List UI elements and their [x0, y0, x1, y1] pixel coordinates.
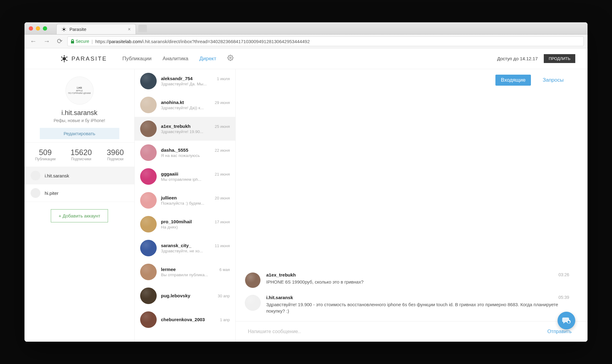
thread-avatar	[140, 73, 157, 89]
svg-point-6	[62, 28, 63, 28]
thread-date: 17 июня	[215, 220, 230, 224]
thread-row[interactable]: anohina.kt29 июня Здравствуйте! Да)) к..…	[135, 93, 235, 117]
thread-username: dasha._5555	[161, 147, 188, 153]
nav-analytics[interactable]: Аналитика	[162, 56, 188, 62]
thread-row[interactable]: saransk_city_11 июня Здравствуйте, не хо…	[135, 236, 235, 260]
account-row[interactable]: i.hit.saransk	[24, 167, 134, 184]
back-button[interactable]: ←	[28, 37, 39, 45]
edit-profile-button[interactable]: Редактировать	[40, 128, 119, 139]
browser-tab[interactable]: Parasite ×	[56, 24, 136, 34]
thread-row[interactable]: aleksandr_7541 июля Здравствуйте! Да. Мы…	[135, 69, 235, 93]
thread-list[interactable]: aleksandr_7541 июля Здравствуйте! Да. Мы…	[135, 69, 236, 342]
thread-row[interactable]: gggaaiii21 июня Мы отправляем iph...	[135, 165, 235, 188]
thread-avatar	[140, 311, 157, 328]
forward-button[interactable]: →	[42, 37, 52, 45]
thread-row[interactable]: cheburenkova_20031 апр	[135, 308, 235, 332]
svg-point-1	[64, 27, 64, 28]
thread-username: saransk_city_	[161, 243, 191, 248]
thread-date: 6 мая	[219, 267, 230, 272]
maximize-window-button[interactable]	[43, 26, 47, 31]
message-author: i.hit.saransk	[266, 295, 293, 300]
tab-requests[interactable]: Запросы	[537, 75, 569, 86]
svg-point-4	[64, 31, 64, 32]
thread-username: anohina.kt	[161, 100, 184, 105]
address-bar[interactable]: Secure | https://parasitelab.com/i.hit.s…	[67, 36, 584, 46]
profile-avatar[interactable]: i.Hit APPLE ПО ГОРЯЧИМ ЦЕНАМ	[65, 76, 94, 105]
thread-username: pug.lebovsky	[161, 293, 190, 298]
thread-preview: Пожалуйста :) будем...	[161, 201, 230, 206]
composer: Отправить	[236, 321, 588, 342]
thread-date: 1 июля	[217, 76, 230, 81]
stat-following[interactable]: 3960 Подписки	[107, 148, 124, 161]
chat-fab[interactable]	[558, 312, 575, 329]
extend-button[interactable]: ПРОДЛИТЬ	[544, 54, 575, 63]
logo-text: PARASITE	[71, 55, 107, 62]
message-input[interactable]	[248, 329, 544, 334]
message: a1ex_trebukh03:26 IPHONE 6S 19900руб, ск…	[245, 272, 569, 288]
app: PARASITE Публикации Аналитика Директ Дос…	[24, 48, 588, 342]
stat-following-label: Подписки	[107, 157, 124, 161]
close-window-button[interactable]	[29, 26, 33, 31]
thread-username: aleksandr_754	[161, 76, 192, 81]
thread-row[interactable]: lermee6 мая Вы отправили публика...	[135, 260, 235, 284]
stat-followers[interactable]: 15620 Подписчики	[71, 148, 92, 161]
svg-point-3	[65, 30, 66, 31]
stat-posts[interactable]: 509 Публикации	[35, 148, 55, 161]
thread-date: 29 июня	[215, 100, 230, 105]
thread-preview: Вы отправили публика...	[161, 273, 230, 277]
account-row[interactable]: hi.piter	[24, 184, 134, 202]
svg-point-0	[63, 28, 65, 30]
thread-date: 25 июня	[215, 124, 230, 129]
thread-avatar	[140, 240, 157, 256]
message-text: IPHONE 6S 19900руб, сколько это в гривна…	[266, 279, 569, 285]
thread-date: 22 июня	[215, 148, 230, 153]
nav-posts[interactable]: Публикации	[122, 56, 151, 62]
reload-button[interactable]: ⟳	[55, 37, 64, 45]
thread-avatar	[140, 264, 157, 280]
access-until: Доступ до 14.12.17	[497, 56, 538, 61]
thread-avatar	[140, 168, 157, 185]
secure-label: Secure	[76, 39, 89, 44]
message: i.hit.saransk05:39 Здравствуйте! 19.900 …	[245, 295, 569, 315]
stat-followers-count: 15620	[71, 148, 92, 157]
thread-row[interactable]: a1ex_trebukh25 июня Здравствуйте! 19.90.…	[135, 117, 235, 141]
thread-avatar	[140, 121, 157, 137]
profile-block: i.Hit APPLE ПО ГОРЯЧИМ ЦЕНАМ i.hit.saran…	[24, 69, 134, 143]
chat-messages[interactable]: a1ex_trebukh03:26 IPHONE 6S 19900руб, ск…	[236, 91, 588, 321]
thread-username: gggaaiii	[161, 171, 178, 176]
nav-direct[interactable]: Директ	[199, 56, 216, 62]
thread-row[interactable]: pug.lebovsky30 апр	[135, 284, 235, 308]
window-controls	[29, 26, 47, 31]
chat-tabs: Входящие Запросы	[236, 69, 588, 91]
favicon-icon	[62, 27, 66, 32]
close-tab-icon[interactable]: ×	[128, 27, 131, 32]
stat-following-count: 3960	[107, 148, 124, 157]
thread-avatar	[140, 192, 157, 209]
message-time: 05:39	[558, 295, 569, 300]
new-tab-button[interactable]	[138, 25, 147, 32]
thread-preview: Мы отправляем iph...	[161, 177, 230, 182]
thread-row[interactable]: pro_100mihail17 июня На днях)	[135, 212, 235, 236]
minimize-window-button[interactable]	[36, 26, 40, 31]
message-avatar	[245, 295, 261, 311]
thread-row[interactable]: jullieen20 июня Пожалуйста :) будем...	[135, 188, 235, 212]
account-list: i.hit.saranskhi.piter	[24, 167, 134, 202]
thread-preview: Здравствуйте! 19.90...	[161, 129, 230, 134]
tab-inbox[interactable]: Входящие	[495, 75, 531, 86]
profile-bio: Рефы, новые и бу iPhone!	[54, 118, 105, 123]
thread-date: 11 июня	[215, 243, 230, 248]
add-account-button[interactable]: + Добавить аккаунт	[51, 209, 108, 222]
thread-avatar	[140, 216, 157, 232]
lock-icon	[71, 39, 74, 43]
thread-date: 30 апр	[218, 294, 230, 298]
thread-avatar	[140, 97, 157, 113]
toolbar: ← → ⟳ Secure | https://parasitelab.com/i…	[24, 35, 588, 48]
thread-avatar	[140, 288, 157, 304]
thread-row[interactable]: dasha._555522 июня Я на вас пожалуюсь	[135, 141, 235, 165]
secure-badge: Secure	[71, 39, 89, 44]
stat-posts-label: Публикации	[35, 157, 55, 161]
logo[interactable]: PARASITE	[37, 48, 119, 69]
thread-username: jullieen	[161, 195, 177, 200]
account-name: hi.piter	[45, 191, 58, 196]
settings-icon[interactable]	[227, 55, 233, 62]
